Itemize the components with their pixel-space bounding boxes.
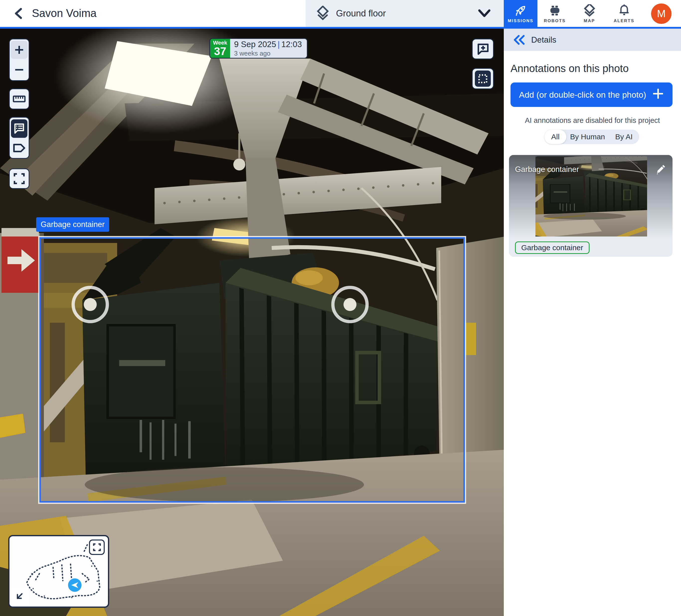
floor-selector[interactable]: Ground floor [306, 0, 504, 27]
tab-missions-label: MISSIONS [508, 19, 533, 23]
tab-map-label: MAP [584, 19, 595, 23]
zoom-in-button[interactable] [11, 41, 28, 59]
tab-missions[interactable]: MISSIONS [504, 0, 537, 27]
app-window: Savon Voima Ground floor [0, 0, 681, 616]
minimap-expand-button[interactable] [89, 539, 105, 555]
add-comment-button[interactable] [472, 38, 494, 59]
annotation-tag[interactable]: Garbage container [515, 241, 589, 254]
tag-button[interactable] [11, 140, 27, 156]
map-layers-icon [583, 4, 596, 17]
annotation-list-icon [14, 123, 25, 134]
details-label: Details [531, 35, 556, 45]
annotation-filter: All By Human By AI [545, 130, 639, 144]
annotation-card-title: Garbage container [515, 165, 579, 174]
zoom-out-button[interactable] [11, 61, 28, 79]
bbox-label: Garbage container [36, 217, 109, 232]
pan-arrow-icon [15, 591, 24, 601]
map-expand-icon [93, 543, 101, 551]
capture-datetime: 9 Sep 2025|12:03 [234, 40, 302, 49]
photo-viewer[interactable]: Week 37 9 Sep 2025|12:03 3 weeks ago [0, 29, 504, 616]
minimap-pan-button[interactable] [10, 587, 29, 606]
zoom-control [9, 38, 29, 81]
comment-add-icon [476, 43, 489, 55]
bell-icon [619, 4, 630, 17]
plus-icon [651, 87, 665, 101]
week-number: 37 [214, 46, 226, 57]
top-header: Savon Voima Ground floor [0, 0, 681, 29]
filter-all[interactable]: All [545, 130, 566, 144]
filter-by-ai[interactable]: By AI [609, 133, 639, 141]
tag-icon [12, 143, 26, 153]
chevron-down-icon [478, 8, 491, 19]
floor-selector-label: Ground floor [336, 8, 386, 19]
zoom-in-icon [14, 44, 25, 55]
avatar[interactable]: M [651, 3, 672, 24]
annotations-heading: Annotations on this photo [510, 62, 629, 75]
tab-robots[interactable]: ROBOTS [537, 0, 572, 27]
collapse-panel-icon [513, 35, 526, 45]
tab-map[interactable]: MAP [572, 0, 607, 27]
annotation-tools [9, 117, 29, 159]
ruler-icon [13, 95, 26, 103]
add-annotation-button[interactable]: Add (or double-click on the photo) [510, 82, 673, 107]
rocket-icon [514, 4, 527, 17]
fullscreen-button[interactable] [9, 169, 29, 189]
timestamp-text: 9 Sep 2025|12:03 3 weeks ago [230, 39, 307, 58]
back-chevron-icon[interactable] [12, 6, 26, 21]
page-title: Savon Voima [32, 7, 97, 20]
relative-time: 3 weeks ago [234, 50, 302, 57]
pencil-icon[interactable] [655, 164, 666, 175]
marquee-active-state [475, 71, 491, 87]
annotation-card[interactable]: Garbage container Garbage container [509, 155, 673, 257]
zoom-out-icon [14, 64, 25, 75]
tab-robots-label: ROBOTS [544, 19, 566, 23]
add-annotation-label: Add (or double-click on the photo) [519, 90, 646, 100]
minimap[interactable] [8, 535, 109, 608]
filter-by-human[interactable]: By Human [566, 133, 609, 141]
measure-button[interactable] [9, 88, 29, 109]
details-sidebar: Details Annotations on this photo Add (o… [504, 29, 681, 616]
annotation-bounding-box[interactable] [40, 237, 465, 503]
tab-alerts-label: ALERTS [614, 19, 634, 23]
marquee-selection-icon [478, 74, 488, 84]
tab-alerts[interactable]: ALERTS [607, 0, 641, 27]
details-collapse-bar[interactable]: Details [504, 29, 681, 51]
robot-position-icon [68, 579, 81, 592]
fullscreen-icon [14, 173, 25, 184]
ai-annotations-note: AI annotations are disabled for this pro… [504, 117, 681, 125]
layers-icon [316, 6, 330, 21]
timestamp-badge: Week 37 9 Sep 2025|12:03 3 weeks ago [209, 38, 308, 58]
annotation-list-button[interactable] [11, 119, 27, 138]
week-badge: Week 37 [210, 39, 230, 58]
robot-icon [548, 4, 561, 17]
marquee-select-button[interactable] [472, 68, 494, 89]
